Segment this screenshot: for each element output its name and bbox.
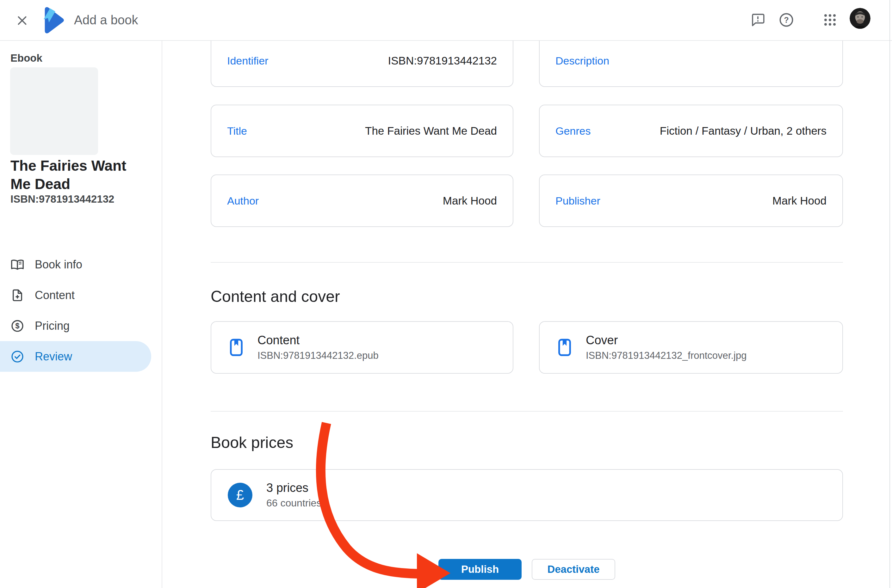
card-genres[interactable]: Genres Fiction / Fantasy / Urban, 2 othe… — [539, 105, 843, 157]
section-heading-book-prices: Book prices — [211, 433, 293, 452]
pound-currency-icon: £ — [228, 483, 252, 507]
book-bookmark-icon — [229, 338, 243, 357]
app-bar: Add a book ? — [0, 0, 892, 41]
card-publisher[interactable]: Publisher Mark Hood — [539, 174, 843, 227]
sidebar-item-pricing[interactable]: $ Pricing — [0, 310, 162, 341]
card-label: Identifier — [227, 55, 268, 67]
content-file-card[interactable]: Content ISBN:9781913442132.epub — [211, 321, 514, 374]
card-label: Author — [227, 195, 259, 207]
card-description[interactable]: Description — [539, 41, 843, 87]
add-a-book-page: { "colors": { "link_blue": "#1a73e8", "p… — [0, 0, 892, 588]
card-label: Description — [556, 55, 609, 67]
card-label: Genres — [556, 125, 591, 137]
sidebar-item-label: Book info — [35, 258, 82, 271]
card-identifier[interactable]: Identifier ISBN:9781913442132 — [211, 41, 514, 87]
svg-text:$: $ — [15, 321, 19, 330]
sidebar-book-title: The Fairies Want Me Dead — [11, 156, 150, 193]
sidebar-item-book-info[interactable]: Book info — [0, 249, 162, 280]
user-avatar[interactable] — [850, 8, 871, 29]
card-title[interactable]: Title The Fairies Want Me Dead — [211, 105, 514, 157]
deactivate-button[interactable]: Deactivate — [532, 559, 615, 580]
card-label: Publisher — [556, 195, 601, 207]
sidebar-item-label: Pricing — [35, 319, 70, 333]
section-divider — [211, 411, 843, 412]
sidebar-book-isbn: ISBN:9781913442132 — [11, 193, 114, 205]
card-value: Mark Hood — [443, 194, 497, 207]
book-nav: Book info Content $ Pricing — [0, 249, 162, 372]
file-name: ISBN:9781913442132_frontcover.jpg — [586, 350, 746, 362]
card-author[interactable]: Author Mark Hood — [211, 174, 514, 227]
card-label: Title — [227, 125, 247, 137]
help-icon: ? — [778, 12, 794, 29]
play-books-logo — [41, 5, 66, 35]
book-prices-card[interactable]: £ 3 prices 66 countries — [211, 469, 843, 521]
svg-text:?: ? — [784, 15, 788, 24]
card-value: Fiction / Fantasy / Urban, 2 others — [660, 124, 826, 137]
review-panel: Identifier ISBN:9781913442132 Descriptio… — [163, 41, 892, 588]
apps-grid-icon — [822, 12, 838, 28]
book-sidebar: Ebook The Fairies Want Me Dead ISBN:9781… — [0, 41, 162, 588]
feedback-button[interactable] — [749, 12, 767, 28]
book-bookmark-icon — [557, 338, 572, 357]
sidebar-item-label: Review — [35, 350, 72, 363]
publish-button[interactable]: Publish — [438, 559, 522, 580]
feedback-icon — [750, 12, 766, 28]
prices-countries: 66 countries — [266, 497, 321, 509]
scrollbar-gutter — [889, 0, 890, 588]
card-value: The Fairies Want Me Dead — [365, 124, 497, 137]
cover-thumbnail-placeholder — [10, 68, 98, 155]
sidebar-item-label: Content — [35, 289, 75, 302]
file-name: ISBN:9781913442132.epub — [257, 350, 378, 362]
document-add-icon — [11, 288, 24, 302]
sidebar-item-review[interactable]: Review — [0, 341, 151, 372]
apps-launcher-button[interactable] — [822, 12, 838, 28]
sidebar-item-content[interactable]: Content — [0, 280, 162, 310]
prices-count: 3 prices — [266, 481, 321, 495]
cover-file-card[interactable]: Cover ISBN:9781913442132_frontcover.jpg — [539, 321, 843, 374]
card-value: ISBN:9781913442132 — [388, 54, 497, 67]
close-icon — [16, 14, 29, 28]
card-value: Mark Hood — [772, 194, 826, 207]
help-button[interactable]: ? — [778, 11, 795, 29]
book-open-icon — [11, 258, 24, 272]
check-circle-icon — [11, 350, 24, 363]
file-title: Content — [257, 333, 378, 347]
close-button[interactable] — [15, 14, 29, 28]
section-divider — [211, 262, 843, 263]
section-heading-content-cover: Content and cover — [211, 287, 340, 306]
dollar-circle-icon: $ — [11, 319, 24, 333]
file-title: Cover — [586, 333, 746, 347]
page-title: Add a book — [74, 0, 138, 40]
format-label: Ebook — [11, 52, 42, 64]
